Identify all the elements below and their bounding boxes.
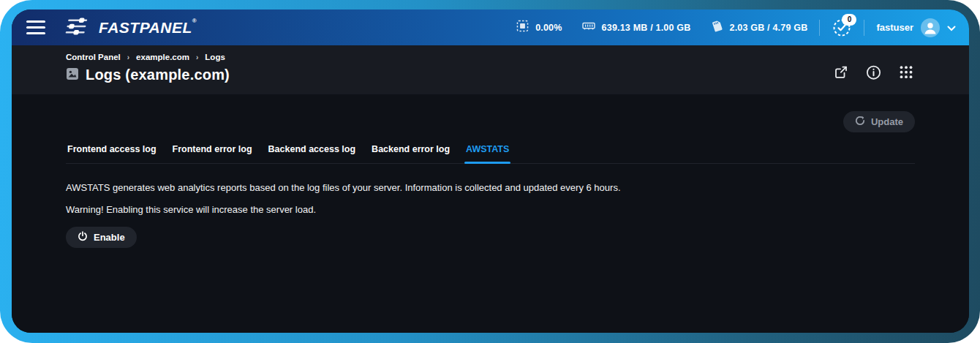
divider — [864, 20, 864, 36]
logo-text: FASTPANEL® — [99, 19, 197, 37]
disk-stat: 2.03 GB / 4.79 GB — [710, 19, 808, 36]
disk-value: 2.03 GB / 4.79 GB — [730, 23, 808, 33]
divider — [819, 20, 820, 36]
power-icon — [78, 231, 88, 244]
breadcrumb-logs[interactable]: Logs — [205, 53, 225, 61]
update-label: Update — [871, 116, 903, 127]
cpu-icon — [516, 19, 529, 36]
site-favicon-image-icon — [66, 67, 79, 83]
user-name: fastuser — [876, 22, 913, 33]
awstats-warning: Warning! Enabling this service will incr… — [66, 204, 915, 215]
breadcrumb-site[interactable]: example.com — [136, 53, 189, 61]
fastpanel-logo[interactable]: FASTPANEL® — [64, 18, 197, 38]
user-menu[interactable]: fastuser — [876, 18, 956, 37]
tab-backend-access-log[interactable]: Backend access log — [267, 144, 358, 163]
ram-stat: 639.13 MB / 1.00 GB — [581, 19, 691, 36]
tab-frontend-error-log[interactable]: Frontend error log — [171, 144, 254, 163]
refresh-icon — [855, 116, 865, 128]
registered-mark: ® — [192, 18, 197, 24]
page-title: Logs (example.com) — [86, 67, 230, 83]
disk-icon — [710, 19, 724, 36]
apps-grid-icon[interactable] — [899, 65, 913, 80]
cpu-value: 0.00% — [535, 23, 562, 33]
ram-value: 639.13 MB / 1.00 GB — [602, 23, 691, 33]
tasks-count-badge: 0 — [842, 14, 856, 26]
tab-backend-error-log[interactable]: Backend error log — [370, 144, 451, 163]
breadcrumb-separator: › — [127, 53, 129, 61]
topbar: FASTPANEL® 0.00% — [12, 10, 969, 45]
log-tabs: Frontend access log Frontend error log B… — [66, 144, 915, 164]
open-site-external-link-icon[interactable] — [834, 65, 848, 80]
info-icon[interactable] — [866, 64, 881, 80]
tasks-check-icon — [832, 28, 852, 40]
update-button[interactable]: Update — [843, 111, 915, 132]
awstats-description: AWSTATS generates web analytics reports … — [66, 182, 915, 193]
avatar — [921, 18, 940, 37]
window-frame: FASTPANEL® 0.00% — [0, 0, 980, 343]
menu-hamburger-icon[interactable] — [26, 20, 45, 34]
breadcrumb-control-panel[interactable]: Control Panel — [66, 53, 121, 61]
chevron-down-icon — [947, 21, 956, 34]
cpu-stat: 0.00% — [516, 19, 562, 36]
tab-awstats[interactable]: AWSTATS — [464, 144, 510, 163]
page-header: Control Panel › example.com › Logs Logs … — [12, 45, 969, 94]
enable-label: Enable — [94, 232, 125, 243]
main-content: Update Frontend access log Frontend erro… — [12, 94, 969, 333]
enable-button[interactable]: Enable — [66, 227, 137, 248]
resource-stats: 0.00% — [516, 19, 807, 36]
tasks-button[interactable]: 0 — [832, 18, 852, 38]
breadcrumb: Control Panel › example.com › Logs — [66, 53, 913, 61]
app-window: FASTPANEL® 0.00% — [12, 10, 969, 333]
breadcrumb-separator: › — [196, 53, 198, 61]
logo-sliders-icon — [64, 18, 92, 38]
ram-icon — [581, 19, 596, 36]
tab-frontend-access-log[interactable]: Frontend access log — [66, 144, 158, 163]
